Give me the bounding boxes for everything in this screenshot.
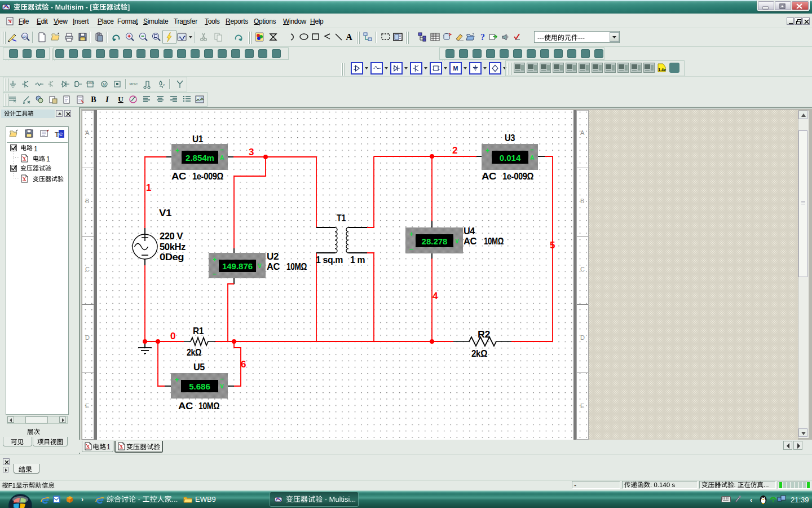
svg-text:A: A [530, 155, 534, 161]
svg-text:50kHz: 50kHz [160, 242, 186, 252]
svg-text:100: 100 [22, 35, 28, 38]
svg-text:3: 3 [249, 147, 254, 157]
svg-text:U5: U5 [193, 362, 205, 373]
svg-text:I: I [105, 95, 109, 104]
svg-text:1e-009Ω: 1e-009Ω [192, 171, 223, 182]
svg-text:e: e [59, 130, 63, 137]
svg-text:M: M [103, 82, 106, 86]
svg-text:MISC: MISC [130, 82, 139, 86]
svg-text:10MΩ: 10MΩ [484, 236, 504, 247]
svg-text:T: T [55, 130, 59, 138]
svg-text:2kΩ: 2kΩ [471, 348, 487, 359]
svg-text:v: v [163, 83, 165, 86]
svg-text:T1: T1 [337, 213, 346, 224]
svg-text:A: A [220, 155, 224, 161]
svg-text:1 m: 1 m [350, 255, 365, 265]
svg-text:–: – [220, 375, 224, 383]
svg-text:B: B [91, 95, 96, 104]
svg-text:10MΩ: 10MΩ [286, 261, 307, 272]
svg-text:V: V [258, 263, 262, 269]
svg-text:0Deg: 0Deg [160, 252, 184, 262]
svg-text:1.4v: 1.4v [658, 68, 666, 72]
svg-text:0: 0 [170, 331, 175, 341]
svg-text:V1: V1 [159, 208, 171, 218]
svg-text:R1: R1 [193, 326, 204, 336]
svg-text:1: 1 [146, 182, 151, 193]
svg-text:AC: AC [171, 171, 186, 182]
svg-text:5: 5 [550, 240, 555, 251]
svg-text:28.278: 28.278 [422, 237, 448, 246]
svg-text:V: V [455, 238, 459, 244]
svg-text:A: A [346, 32, 352, 42]
svg-text:5.686: 5.686 [189, 382, 210, 391]
svg-text:1e-009Ω: 1e-009Ω [502, 171, 533, 182]
svg-text:–: – [220, 146, 224, 154]
svg-text:AC: AC [482, 171, 496, 182]
svg-text:6: 6 [241, 359, 246, 370]
svg-text:AC: AC [267, 261, 280, 272]
svg-text:U2: U2 [267, 251, 279, 262]
svg-text:+: + [175, 376, 179, 384]
svg-text:U: U [118, 95, 123, 103]
svg-text:–: – [409, 245, 413, 253]
svg-text:CANS: CANS [86, 81, 95, 85]
svg-text:1 sq.m: 1 sq.m [316, 255, 343, 265]
svg-text:+: + [175, 147, 179, 155]
svg-text:+: + [486, 147, 489, 155]
svg-text:+: + [213, 256, 217, 264]
svg-text:+: + [409, 230, 413, 238]
svg-text:0.014: 0.014 [500, 153, 521, 163]
svg-text:2kΩ: 2kΩ [187, 347, 201, 358]
svg-text:–: – [530, 146, 534, 154]
svg-text:2.854m: 2.854m [186, 153, 214, 163]
svg-text:AC: AC [464, 236, 476, 247]
svg-text:149.876: 149.876 [222, 261, 253, 271]
svg-text:220 V: 220 V [160, 231, 183, 242]
svg-text:M: M [453, 65, 458, 72]
svg-text:AC: AC [178, 401, 193, 411]
svg-text:R2: R2 [478, 329, 490, 340]
svg-text:?: ? [480, 32, 485, 42]
svg-text:2: 2 [452, 145, 457, 156]
svg-text:10MΩ: 10MΩ [198, 401, 219, 411]
svg-text:U3: U3 [505, 133, 515, 143]
svg-text:U4: U4 [464, 226, 475, 237]
svg-text:4: 4 [433, 291, 438, 301]
svg-text:–: – [213, 270, 217, 278]
svg-text:V: V [220, 383, 224, 389]
svg-text:U1: U1 [192, 134, 203, 144]
